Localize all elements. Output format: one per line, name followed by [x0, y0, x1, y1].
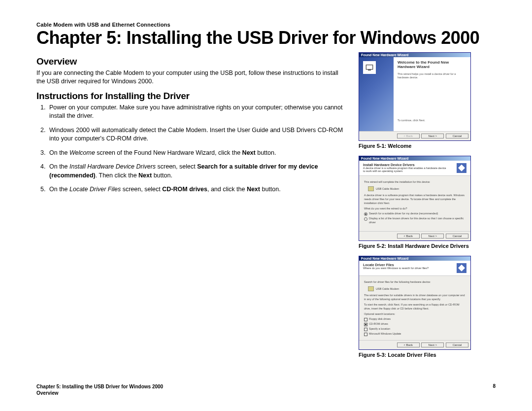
list-item: Windows 2000 will automatically detect t… — [47, 126, 347, 143]
figure-2-caption: Figure 5-2: Install Hardware Device Driv… — [359, 243, 471, 249]
wizard-titlebar: Found New Hardware Wizard — [359, 256, 470, 261]
chapter-title: Chapter 5: Installing the USB Driver for… — [36, 29, 496, 47]
next-button[interactable]: Next > — [421, 234, 444, 239]
radio-icon — [364, 212, 367, 216]
figures-column: Found New Hardware Wizard Welcome to the… — [359, 52, 471, 365]
checkbox-icon — [364, 333, 367, 336]
figure-1-welcome-wizard: Found New Hardware Wizard Welcome to the… — [359, 52, 471, 141]
back-button[interactable]: < Back — [397, 134, 420, 138]
wizard-step-subtitle: Where do you want Windows to search for … — [363, 267, 429, 270]
checkbox-icon — [364, 318, 367, 321]
document-page: Cable Modem with USB and Ethernet Connec… — [0, 0, 532, 411]
footer-chapter: Chapter 5: Installing the USB Driver for… — [36, 383, 163, 390]
checkbox-floppy[interactable]: Floppy disk drives — [364, 317, 466, 321]
figure-3-caption: Figure 5-3: Locate Driver Files — [359, 352, 471, 358]
checkbox-icon — [364, 323, 367, 326]
svg-rect-0 — [366, 65, 373, 69]
next-button[interactable]: Next > — [421, 134, 444, 138]
wizard-banner-icon — [457, 263, 466, 273]
wizard-step-subtitle: A device driver is a software program th… — [363, 167, 447, 172]
wizard-text: A device driver is a software program th… — [364, 194, 466, 205]
wizard-sidebar-graphic — [359, 57, 394, 131]
cancel-button[interactable]: Cancel — [446, 234, 468, 239]
back-button[interactable]: < Back — [397, 342, 420, 347]
wizard-text: This wizard will complete the installati… — [364, 180, 466, 184]
page-number: 8 — [493, 383, 496, 396]
checkbox-specify[interactable]: Specify a location — [364, 327, 466, 331]
list-item: On the Locate Driver Files screen, selec… — [47, 185, 347, 194]
overview-heading: Overview — [36, 56, 347, 67]
wizard-body-text: This wizard helps you install a device d… — [398, 72, 466, 79]
wizard-banner-icon — [457, 163, 466, 173]
page-footer: Chapter 5: Installing the USB Driver for… — [36, 383, 496, 396]
back-button[interactable]: < Back — [397, 234, 420, 239]
figure-2-install-drivers-wizard: Found New Hardware Wizard Install Hardwa… — [359, 156, 471, 241]
wizard-continue-text: To continue, click Next. — [398, 119, 466, 122]
device-name: USB Cable Modem — [376, 287, 399, 291]
running-header: Cable Modem with USB and Ethernet Connec… — [36, 22, 496, 28]
svg-rect-1 — [368, 69, 371, 70]
device-icon — [368, 186, 374, 191]
wizard-titlebar: Found New Hardware Wizard — [359, 53, 470, 57]
list-item: On the Welcome screen of the Found New H… — [47, 149, 347, 158]
device-icon — [368, 286, 374, 291]
two-column-layout: Overview If you are connecting the Cable… — [36, 52, 496, 365]
list-item: Power on your computer. Make sure you ha… — [47, 103, 347, 121]
figure-3-locate-files-wizard: Found New Hardware Wizard Locate Driver … — [359, 256, 471, 350]
checkbox-icon — [364, 328, 367, 331]
wizard-text: To start the search, click Next. If you … — [364, 303, 466, 310]
cancel-button[interactable]: Cancel — [446, 342, 468, 347]
radio-option-list[interactable]: Display a list of the known drivers for … — [364, 217, 466, 224]
checkbox-windows-update[interactable]: Microsoft Windows Update — [364, 332, 466, 336]
wizard-step-title: Locate Driver Files — [363, 263, 429, 267]
device-name: USB Cable Modem — [376, 187, 399, 191]
radio-option-search[interactable]: Search for a suitable driver for my devi… — [364, 212, 466, 216]
figure-1-caption: Figure 5-1: Welcome — [359, 143, 471, 149]
cancel-button[interactable]: Cancel — [446, 134, 468, 138]
wizard-heading: Welcome to the Found New Hardware Wizard — [398, 60, 466, 69]
footer-section: Overview — [36, 390, 163, 396]
options-label: Optional search locations: — [364, 312, 466, 316]
checkbox-cdrom[interactable]: CD-ROM drives — [364, 322, 466, 326]
next-button[interactable]: Next > — [421, 342, 444, 347]
instruction-list: Power on your computer. Make sure you ha… — [36, 103, 347, 194]
wizard-step-title: Install Hardware Device Drivers — [363, 163, 447, 167]
list-item: On the Install Hardware Device Drivers s… — [47, 163, 347, 180]
radio-icon — [364, 217, 367, 221]
wizard-text: What do you want the wizard to do? — [364, 207, 466, 211]
wizard-text: Search for driver files for the followin… — [364, 280, 466, 284]
wizard-text: The wizard searches for suitable drivers… — [364, 294, 466, 301]
instructions-heading: Instructions for Installing the Driver — [36, 91, 347, 102]
wizard-titlebar: Found New Hardware Wizard — [359, 156, 470, 161]
overview-text: If you are connecting the Cable Modem to… — [36, 69, 347, 86]
hardware-icon — [363, 61, 376, 74]
main-text-column: Overview If you are connecting the Cable… — [36, 52, 347, 365]
